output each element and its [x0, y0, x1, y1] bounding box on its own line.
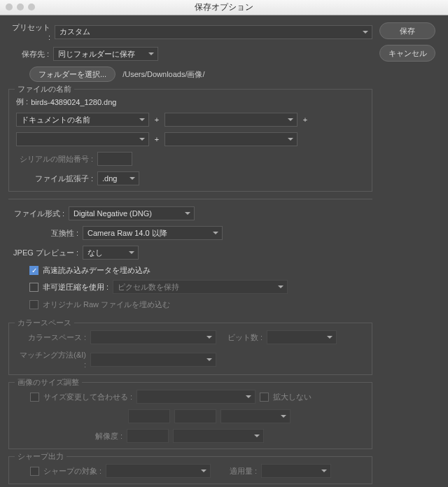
jpeg-preview-select[interactable]: なし — [83, 246, 139, 260]
intent-select[interactable] — [90, 353, 216, 367]
filename-part1-select[interactable]: ドキュメントの名前 — [16, 113, 149, 127]
zoom-icon[interactable] — [28, 3, 35, 10]
window-controls — [6, 3, 35, 10]
format-group: ファイル形式 : Digital Negative (DNG) 互換性 : Ca… — [8, 199, 372, 316]
sharpen-checkbox[interactable]: シャープの対象 : — [30, 466, 102, 477]
example-label: 例 : — [16, 97, 28, 107]
resize-group-title: 画像のサイズ調整 — [15, 377, 82, 388]
resize-h-input[interactable] — [174, 409, 216, 423]
resolution-label: 解像度 : — [16, 431, 122, 442]
check-icon — [260, 393, 269, 402]
check-icon — [30, 467, 39, 476]
check-icon — [30, 393, 39, 402]
no-scale-checkbox[interactable]: 拡大しない — [260, 392, 312, 402]
sharpen-amount-label: 適用量 : — [215, 466, 257, 477]
color-space-label: カラースペース : — [16, 332, 86, 343]
check-icon: ✓ — [29, 266, 38, 275]
preset-select[interactable]: カスタム — [55, 25, 372, 39]
filename-group: ファイルの名前 例 : birds-4389024_1280.dng ドキュメン… — [8, 89, 372, 192]
save-button[interactable]: 保存 — [379, 22, 435, 39]
minimize-icon[interactable] — [17, 3, 24, 10]
resize-unit-select[interactable] — [220, 409, 290, 423]
resize-w-input[interactable] — [128, 409, 170, 423]
embed-raw-checkbox: オリジナル Raw ファイルを埋め込む — [29, 299, 372, 310]
filename-part3-select[interactable] — [16, 132, 149, 146]
choose-folder-button[interactable]: フォルダーを選択... — [29, 66, 115, 82]
window-title: 保存オプション — [195, 1, 253, 13]
format-label: ファイル形式 : — [8, 209, 64, 219]
plus-icon: + — [153, 115, 160, 124]
destination-path: /Users/Downloads/画像/ — [122, 69, 204, 80]
color-group: カラースペース カラースペース : ビット数 : マッチング方法(&I) : — [8, 323, 372, 375]
filename-part4-select[interactable] — [164, 132, 298, 146]
resize-fit-checkbox[interactable]: サイズ変更して合わせる : — [30, 392, 132, 402]
lossless-select[interactable]: ピクセル数を保持 — [113, 280, 288, 294]
compat-select[interactable]: Camera Raw 14.0 以降 — [83, 226, 223, 240]
sharpen-group-title: シャープ出力 — [15, 451, 66, 462]
embed-fast-checkbox[interactable]: ✓ 高速読み込みデータを埋め込み — [29, 265, 372, 276]
plus-icon: + — [302, 115, 309, 124]
jpeg-preview-label: JPEG プレビュー : — [8, 248, 78, 258]
preset-label: プリセット : — [8, 22, 50, 41]
serial-input[interactable] — [97, 152, 132, 166]
check-icon — [29, 300, 38, 309]
extension-label: ファイル拡張子 : — [16, 174, 93, 184]
bit-depth-label: ビット数 : — [220, 332, 262, 343]
example-filename: birds-4389024_1280.dng — [31, 98, 116, 106]
resolution-input[interactable] — [127, 429, 169, 443]
filename-part2-select[interactable] — [164, 113, 298, 127]
serial-label: シリアルの開始番号 : — [16, 154, 93, 164]
cancel-button[interactable]: キャンセル — [379, 45, 435, 62]
resize-group: 画像のサイズ調整 サイズ変更して合わせる : 拡大しない 解像度 : — [8, 382, 372, 449]
sharpen-target-select[interactable] — [106, 464, 211, 478]
check-icon — [29, 283, 38, 292]
resolution-unit-select[interactable] — [173, 429, 264, 443]
lossless-checkbox[interactable]: 非可逆圧縮を使用 : — [29, 282, 108, 292]
compat-label: 互換性 : — [8, 228, 78, 239]
filename-group-title: ファイルの名前 — [15, 84, 74, 94]
format-select[interactable]: Digital Negative (DNG) — [69, 206, 195, 220]
extension-select[interactable]: .dng — [97, 171, 139, 185]
bit-depth-select[interactable] — [267, 330, 337, 344]
sharpen-group: シャープ出力 シャープの対象 : 適用量 : — [8, 456, 372, 484]
plus-icon: + — [153, 135, 160, 143]
intent-label: マッチング方法(&I) : — [16, 350, 86, 369]
destination-label: 保存先 : — [15, 49, 49, 59]
destination-select[interactable]: 同じフォルダーに保存 — [53, 47, 158, 61]
window-titlebar: 保存オプション — [0, 0, 448, 15]
sharpen-amount-select[interactable] — [261, 464, 331, 478]
color-group-title: カラースペース — [15, 318, 74, 328]
resize-fit-select[interactable] — [136, 390, 255, 404]
close-icon[interactable] — [6, 3, 13, 10]
color-space-select[interactable] — [90, 330, 216, 344]
